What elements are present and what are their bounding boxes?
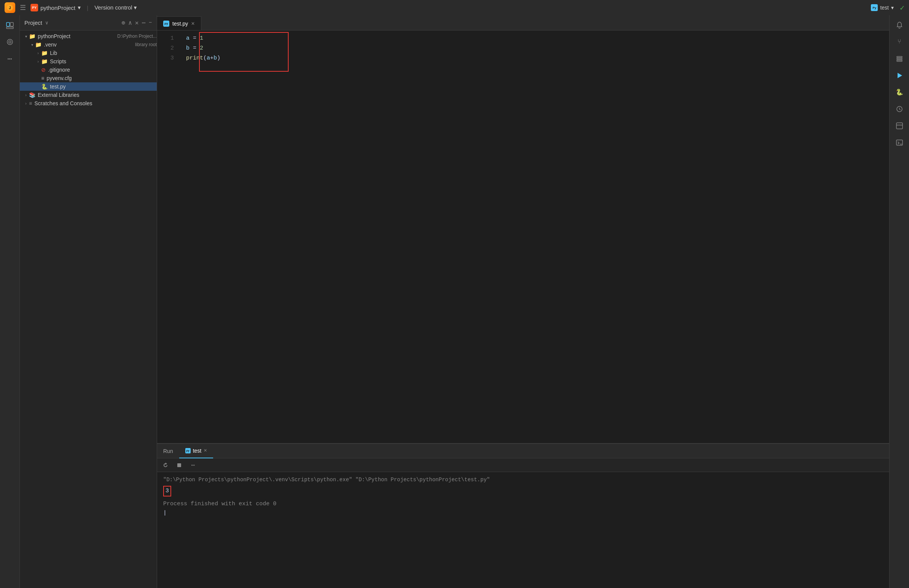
code-token-a2: a <box>207 55 210 61</box>
sidebar-icon-bookmarks[interactable] <box>3 35 17 49</box>
rerun-button[interactable] <box>160 460 171 470</box>
tree-item-scripts[interactable]: › 📁 Scripts <box>20 57 157 66</box>
project-title: Project <box>24 19 42 26</box>
bottom-tab-test-label: test <box>193 447 202 454</box>
line-num-3: 3 <box>157 53 174 63</box>
code-editor[interactable]: 1 2 3 a = 1 b = 2 <box>157 31 889 443</box>
tree-item-extlibs[interactable]: › 📚 External Libraries <box>20 91 157 99</box>
collapse-icon[interactable]: ∧ <box>128 19 132 27</box>
tree-item-lib[interactable]: › 📁 Lib <box>20 49 157 57</box>
tab-close-testpy[interactable]: ✕ <box>191 21 195 26</box>
bottom-tab-run-label: Run <box>163 448 173 454</box>
tab-label-testpy: test.py <box>172 21 188 27</box>
svg-text:J: J <box>9 6 11 10</box>
tab-bar: py test.py ✕ <box>157 15 889 31</box>
left-icon-sidebar: ⋯ <box>0 15 20 588</box>
titlebar: J ☰ PY pythonProject ▾ | Version control… <box>0 0 909 15</box>
svg-rect-7 <box>177 463 181 467</box>
svg-rect-2 <box>6 23 10 26</box>
vcs-label: Version control <box>95 4 132 11</box>
code-token-2: 2 <box>200 45 203 52</box>
tree-item-pythonProject[interactable]: ▾ 📁 pythonProject D:\Python Project... <box>20 32 157 40</box>
right-sidebar-icon-services[interactable] <box>893 102 906 116</box>
run-config-selector[interactable]: Py test ▾ <box>871 4 894 11</box>
bottom-tab-test-icon: py <box>185 448 191 453</box>
folder-icon-lib: 📁 <box>41 50 48 56</box>
project-dropdown-arrow: ▾ <box>78 4 81 11</box>
result-highlight-box: 3 <box>163 486 171 496</box>
tree-item-pyvenv[interactable]: › ≡ pyvenv.cfg <box>20 74 157 82</box>
tree-item-testpy[interactable]: › 🐍 test.py <box>20 82 157 91</box>
hamburger-icon[interactable]: ☰ <box>20 3 26 12</box>
close-icon[interactable]: ✕ <box>135 19 139 27</box>
svg-marker-11 <box>898 73 902 78</box>
main-container: ⋯ Project ∨ ⊕ ∧ ✕ ⋯ – ▾ 📁 pythonProject … <box>0 15 909 588</box>
right-icon-sidebar: ⑂ 🐍 <box>889 15 909 588</box>
expand-arrow-scratches: › <box>23 102 29 106</box>
code-line-2: b = 2 <box>186 44 883 53</box>
add-icon[interactable]: ⊕ <box>122 19 126 27</box>
tree-label-pythonProject: pythonProject <box>38 33 115 39</box>
run-config-icon: Py <box>871 4 878 11</box>
tree-item-scratches[interactable]: › ≡ Scratches and Consoles <box>20 99 157 108</box>
run-finished-text: Process finished with exit code 0 <box>163 499 883 509</box>
stop-button[interactable] <box>174 460 184 470</box>
code-token-plus: + <box>210 55 213 61</box>
more-button[interactable]: ⋯ <box>187 460 198 470</box>
right-sidebar-icon-notifications[interactable] <box>893 18 906 32</box>
separator: | <box>87 5 89 11</box>
right-sidebar-icon-git[interactable]: ⑂ <box>893 35 906 49</box>
bottom-tab-run[interactable]: Run <box>157 444 179 458</box>
more-icon[interactable]: ⋯ <box>142 19 146 27</box>
app-logo: J <box>5 2 15 13</box>
code-token-paren1: ( <box>203 55 207 61</box>
tab-testpy[interactable]: py test.py ✕ <box>157 16 201 30</box>
project-selector[interactable]: PY pythonProject ▾ <box>31 4 81 11</box>
gitignore-icon: ⊘ <box>41 67 46 73</box>
bottom-tab-test-close[interactable]: ✕ <box>203 448 207 453</box>
tree-label-venv: .venv <box>44 42 133 48</box>
python-file-icon: 🐍 <box>41 84 48 90</box>
run-result-line: 3 <box>163 486 883 496</box>
svg-rect-8 <box>897 57 902 58</box>
folder-icon-scripts: 📁 <box>41 58 48 65</box>
svg-point-6 <box>9 41 11 43</box>
tree-label-pyvenv: pyvenv.cfg <box>47 75 157 81</box>
check-icon: ✓ <box>900 3 904 13</box>
project-dropdown-arrow: ∨ <box>45 20 48 26</box>
tree-label-scripts: Scripts <box>50 58 157 65</box>
bottom-toolbar: ⋯ <box>157 458 889 472</box>
right-sidebar-icon-run[interactable] <box>893 69 906 82</box>
right-sidebar-icon-structure[interactable] <box>893 119 906 133</box>
editor-area: py test.py ✕ 1 2 3 a = <box>157 15 889 443</box>
right-sidebar-icon-terminal[interactable] <box>893 136 906 149</box>
bottom-tab-test[interactable]: py test ✕ <box>179 444 213 458</box>
sidebar-icon-more[interactable]: ⋯ <box>3 52 17 66</box>
code-content[interactable]: a = 1 b = 2 print(a+b) <box>180 31 889 443</box>
sidebar-icon-project[interactable] <box>3 18 17 32</box>
code-token-print: print <box>186 55 203 61</box>
run-config-dropdown-arrow: ▾ <box>891 5 894 11</box>
minimize-icon[interactable]: – <box>149 19 152 27</box>
svg-point-5 <box>7 39 13 45</box>
code-token-1: 1 <box>200 35 203 42</box>
run-finished-message: Process finished with exit code 0 | <box>163 499 883 518</box>
tree-label-extlibs: External Libraries <box>38 92 157 98</box>
right-sidebar-icon-python[interactable]: 🐍 <box>893 86 906 99</box>
svg-rect-4 <box>6 27 13 29</box>
code-token-paren2: ) <box>217 55 220 61</box>
right-sidebar-icon-layers[interactable] <box>893 52 906 66</box>
vcs-menu[interactable]: Version control ▾ <box>95 4 137 11</box>
project-panel-header: Project ∨ ⊕ ∧ ✕ ⋯ – <box>20 15 157 31</box>
svg-rect-3 <box>10 23 13 26</box>
tree-item-venv[interactable]: ▾ 📁 .venv library root <box>20 40 157 49</box>
bottom-tab-bar: Run py test ✕ <box>157 444 889 458</box>
python-tab-icon: py <box>163 21 169 27</box>
tree-item-gitignore[interactable]: › ⊘ .gitignore <box>20 66 157 74</box>
code-token-b2: b <box>213 55 217 61</box>
svg-rect-10 <box>897 60 902 61</box>
code-token-b: b <box>186 45 189 52</box>
project-icon: PY <box>31 4 38 11</box>
run-command-line: "D:\Python Projects\pythonProject\.venv\… <box>163 475 883 484</box>
code-line-3: print(a+b) <box>186 53 883 63</box>
